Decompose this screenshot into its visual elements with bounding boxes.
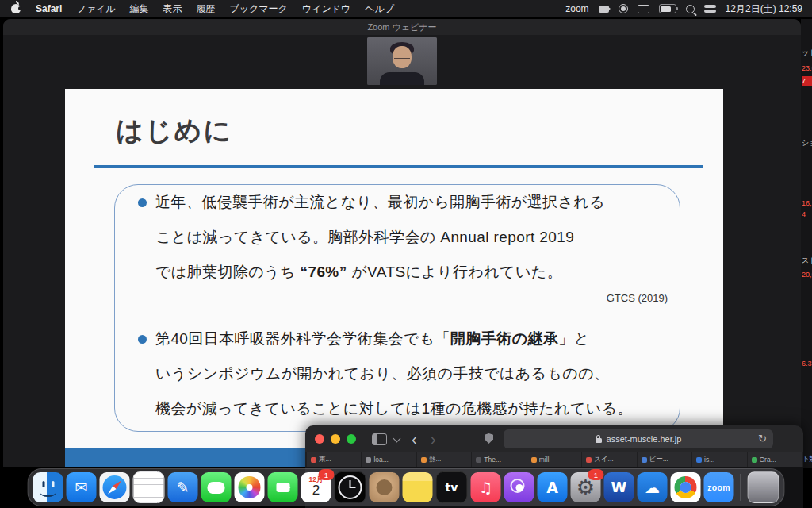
menu-ヘルプ[interactable]: ヘルプ	[358, 2, 401, 16]
menu-bar-status: zoom 12月2日(土) 12:59	[565, 2, 802, 16]
dock-freeform-icon[interactable]: ✎	[168, 472, 198, 502]
tab-favicon	[476, 457, 481, 463]
reload-icon[interactable]: ↻	[758, 433, 767, 444]
dock-divider	[741, 474, 741, 501]
tab-label: 熱...	[429, 455, 442, 464]
ticker-fragment: ション	[802, 138, 812, 148]
safari-tab-bar: 東...loa...熱...The...millスイ...ビー...is...G…	[305, 452, 803, 467]
dock-textedit-icon[interactable]	[133, 471, 165, 503]
address-bar[interactable]: asset-muscle.her.jp ↻	[504, 429, 773, 448]
slide-content-box	[114, 184, 680, 432]
zoom-window-titlebar[interactable]: Zoom ウェビナー	[3, 19, 801, 35]
menu-app-name[interactable]: Safari	[29, 3, 69, 14]
dock-round-brown-app-icon[interactable]	[370, 472, 400, 502]
tab-favicon	[696, 457, 702, 463]
dock-messages-icon[interactable]	[201, 472, 232, 502]
dock-zoom-icon[interactable]: zoom	[704, 472, 734, 502]
presenter-body	[380, 72, 424, 85]
zoom-menu-extra[interactable]: zoom	[565, 3, 588, 14]
ticker-fragment: 7	[802, 76, 812, 86]
dock-appletv-icon[interactable]: tv	[436, 471, 468, 503]
safari-tab[interactable]: is...	[692, 452, 746, 467]
tab-label: mill	[539, 456, 550, 464]
menu-bar-clock[interactable]: 12月2日(土) 12:59	[726, 2, 802, 16]
battery-icon[interactable]	[659, 4, 676, 13]
video-icon[interactable]	[599, 6, 609, 13]
lock-icon	[596, 438, 602, 443]
display-icon[interactable]	[638, 5, 649, 13]
control-center-icon[interactable]	[704, 5, 716, 13]
dock-podcasts-icon[interactable]	[504, 472, 534, 502]
menu-bar: Safari ファイル編集表示履歴ブックマークウインドウヘルプ zoom 12月…	[0, 0, 812, 17]
safari-tab[interactable]: 東...	[307, 452, 361, 467]
menu-表示[interactable]: 表示	[155, 2, 189, 16]
tab-label: is...	[704, 456, 714, 464]
dock-onedrive-icon[interactable]: ☁	[638, 472, 668, 502]
menu-ブックマーク[interactable]: ブックマーク	[222, 2, 294, 16]
safari-tab[interactable]: スイ...	[582, 452, 636, 467]
chevron-down-icon[interactable]	[393, 435, 401, 443]
minimize-button[interactable]	[331, 434, 340, 444]
dock-word-icon[interactable]: W	[604, 472, 634, 502]
safari-tab[interactable]: mill	[527, 452, 581, 467]
zoom-webinar-window: Zoom ウェビナー はじめに 近年、低侵襲手術が主流となり、最初から開胸手術が…	[3, 19, 801, 467]
menu-ファイル[interactable]: ファイル	[69, 2, 122, 16]
menu-bar-menus: ファイル編集表示履歴ブックマークウインドウヘルプ	[69, 2, 401, 16]
ticker-fragment: ット	[802, 48, 812, 57]
notification-badge: 1	[588, 469, 604, 480]
slide-title: はじめに	[116, 113, 232, 149]
safari-titlebar[interactable]: ‹ › asset-muscle.her.jp ↻	[305, 425, 803, 452]
safari-tab[interactable]: loa...	[362, 452, 416, 467]
menu-履歴[interactable]: 履歴	[189, 2, 222, 16]
safari-tab[interactable]: Gra...	[748, 452, 802, 467]
background-window-sliver[interactable]: ット23.07ション16,14スト20,06.38下剋	[801, 19, 812, 468]
bullet-dot	[138, 198, 147, 207]
search-icon[interactable]	[686, 5, 695, 13]
dock-calendar-icon[interactable]: 12月21	[301, 472, 331, 502]
dock-clock-icon[interactable]	[335, 471, 366, 503]
dock-music-icon[interactable]: ♫	[471, 472, 501, 502]
back-button[interactable]: ‹	[412, 428, 417, 450]
dock-mail-icon[interactable]: ✉	[67, 472, 97, 502]
fullscreen-button[interactable]	[347, 434, 356, 444]
safari-tab[interactable]: 熱...	[417, 452, 471, 467]
tab-label: 東...	[319, 455, 331, 464]
dock-stickies-icon[interactable]	[403, 472, 433, 502]
bullet2-line1: 第40回日本呼吸器外科学会学術集会でも「開胸手術の継承」と	[155, 329, 590, 349]
citation: GTCS (2019)	[607, 292, 668, 304]
tab-label: loa...	[373, 456, 388, 464]
url-text: asset-muscle.her.jp	[607, 434, 682, 444]
dock-photos-icon[interactable]	[235, 472, 265, 502]
bullet1-line3: では肺葉切除のうち “76%” がVATSにより行われていた。	[155, 262, 562, 283]
menu-編集[interactable]: 編集	[122, 2, 155, 16]
safari-tab[interactable]: ビー...	[638, 452, 691, 467]
bullet2-line2: いうシンポジウムが開かれており、必須の手技ではあるものの、	[155, 364, 609, 384]
presenter-video[interactable]	[367, 37, 437, 85]
safari-tab[interactable]: The...	[472, 452, 526, 467]
forward-button[interactable]: ›	[431, 428, 436, 450]
zoom-window-content: はじめに 近年、低侵襲手術が主流となり、最初から開胸手術が選択される ことは減っ…	[3, 35, 801, 467]
apple-logo-icon[interactable]	[11, 4, 21, 13]
sidebar-toggle-icon[interactable]	[372, 433, 387, 445]
zoom-window-title: Zoom ウェビナー	[367, 21, 436, 33]
ticker-fragment: 20,0	[802, 270, 812, 279]
tab-favicon	[586, 457, 592, 463]
dock-settings-icon[interactable]: ⚙1	[571, 472, 601, 502]
record-icon[interactable]	[619, 4, 628, 13]
tab-label: Gra...	[760, 456, 776, 464]
notification-badge: 1	[319, 469, 335, 480]
tab-label: The...	[484, 456, 501, 464]
tab-favicon	[366, 457, 371, 463]
ticker-fragment: 6.38	[802, 359, 812, 368]
close-button[interactable]	[315, 434, 324, 444]
dock-chrome-icon[interactable]	[671, 472, 701, 502]
dock-safari-icon[interactable]	[100, 472, 130, 502]
dock-finder-icon[interactable]	[33, 472, 63, 502]
dock-facetime-icon[interactable]	[268, 472, 298, 502]
dock-trash-icon[interactable]	[748, 471, 779, 503]
tab-label: スイ...	[594, 455, 613, 464]
privacy-shield-icon[interactable]	[485, 433, 493, 444]
menu-ウインドウ[interactable]: ウインドウ	[295, 2, 358, 16]
dock-appstore-icon[interactable]: A	[538, 472, 568, 502]
ticker-fragment: スト	[802, 256, 812, 265]
